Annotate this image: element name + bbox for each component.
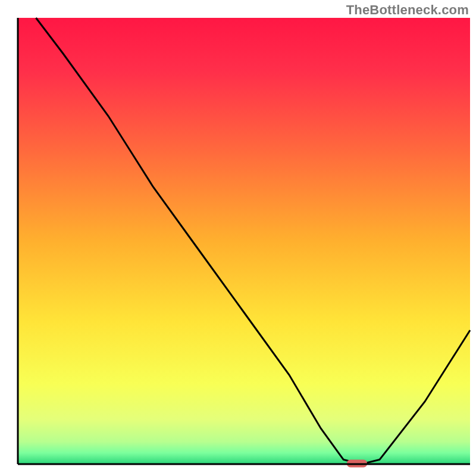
bottleneck-chart <box>0 0 476 476</box>
